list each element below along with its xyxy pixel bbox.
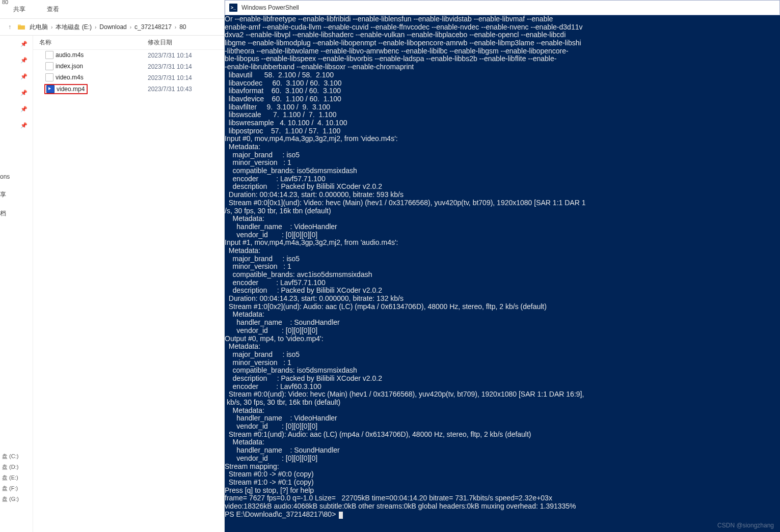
address-bar: ↑ 此电脑›本地磁盘 (E:)›Download›c_372148217›80 (0, 18, 224, 36)
crumb-3[interactable]: c_372148217 (132, 23, 174, 31)
generic-file-icon (45, 73, 53, 81)
cutoff-label: ons (0, 173, 10, 180)
prompt: PS E:\Download\c_372148217\80> (225, 510, 338, 518)
file-date: 2023/7/31 10:14 (148, 74, 224, 81)
chevron-right-icon: › (50, 24, 53, 30)
crumb-2[interactable]: Download (97, 23, 128, 31)
pin-icon[interactable]: 📌 (20, 90, 28, 96)
drive-item[interactable]: 盘 (E:) (2, 473, 33, 482)
file-rows: audio.m4s2023/7/31 10:14index.json2023/7… (33, 50, 224, 95)
column-headers: 名称 修改日期 (33, 36, 224, 50)
generic-file-icon (45, 51, 53, 59)
cutoff-label: 档 (0, 209, 6, 218)
explorer-body: 📌 📌 📌 📌 📌 📌 名称 修改日期 audio.m4s2023/7/31 1… (0, 36, 224, 532)
pin-icon[interactable]: 📌 (20, 106, 28, 113)
pin-icon[interactable]: 📌 (20, 122, 28, 129)
pin-icon[interactable]: 📌 (20, 57, 28, 64)
powershell-output[interactable]: Or --enable-libfreetype --enable-libfrib… (225, 15, 780, 532)
drive-item[interactable]: 盘 (G:) (2, 495, 33, 503)
drive-item[interactable]: 盘 (C:) (2, 452, 33, 461)
terminal-text: Or --enable-libfreetype --enable-libfrib… (225, 15, 585, 510)
chevron-right-icon: › (129, 24, 132, 30)
cutoff-label: 享 (0, 190, 6, 199)
file-row[interactable]: video.m4s2023/7/31 10:14 (33, 72, 224, 83)
chevron-right-icon: › (94, 24, 97, 30)
file-row[interactable]: video.mp42023/7/31 10:43 (33, 83, 224, 95)
crumb-1[interactable]: 本地磁盘 (E:) (53, 23, 94, 32)
crumb-4[interactable]: 80 (177, 23, 188, 31)
file-date: 2023/7/31 10:14 (148, 63, 224, 70)
file-name: video.mp4 (57, 86, 85, 93)
powershell-title-text: Windows PowerShell (241, 4, 299, 11)
file-name: video.m4s (56, 74, 84, 81)
window-title: 80 (2, 0, 8, 5)
breadcrumb: 此电脑›本地磁盘 (E:)›Download›c_372148217›80 (28, 23, 221, 32)
pin-icon[interactable]: 📌 (20, 41, 28, 47)
crumb-0[interactable]: 此电脑 (28, 23, 50, 32)
mp4-file-icon (46, 85, 55, 93)
nav-up-icon[interactable]: ↑ (3, 20, 16, 34)
file-row[interactable]: index.json2023/7/31 10:14 (33, 61, 224, 72)
file-date: 2023/7/31 10:14 (148, 52, 224, 59)
file-explorer: 80 共享 查看 ↑ 此电脑›本地磁盘 (E:)›Download›c_3721… (0, 0, 225, 532)
tab-share[interactable]: 共享 (4, 2, 35, 17)
file-list-pane: 名称 修改日期 audio.m4s2023/7/31 10:14index.js… (33, 36, 224, 532)
left-cutoff-labels: ons享档 (0, 173, 16, 218)
watermark: CSDN @siongzhang (717, 522, 774, 529)
explorer-ribbon-tabs: 80 共享 查看 (0, 0, 224, 18)
column-name[interactable]: 名称 (33, 38, 148, 47)
column-date[interactable]: 修改日期 (148, 38, 224, 47)
cursor (339, 512, 343, 519)
drive-item[interactable]: 盘 (D:) (2, 463, 33, 471)
powershell-titlebar[interactable]: >_ Windows PowerShell (225, 0, 780, 15)
drive-list: 盘 (C:)盘 (D:)盘 (E:)盘 (F:)盘 (G:) (0, 452, 33, 503)
powershell-window: >_ Windows PowerShell Or --enable-libfre… (225, 0, 780, 532)
file-date: 2023/7/31 10:43 (148, 86, 224, 93)
tab-view[interactable]: 查看 (38, 2, 68, 17)
pin-icon[interactable]: 📌 (20, 73, 28, 80)
json-file-icon (45, 62, 53, 70)
chevron-right-icon: › (174, 24, 177, 30)
file-name: index.json (56, 63, 83, 70)
drive-item[interactable]: 盘 (F:) (2, 484, 33, 493)
folder-icon (17, 23, 25, 31)
file-row[interactable]: audio.m4s2023/7/31 10:14 (33, 50, 224, 61)
file-name: audio.m4s (56, 51, 84, 59)
powershell-icon: >_ (229, 4, 237, 12)
